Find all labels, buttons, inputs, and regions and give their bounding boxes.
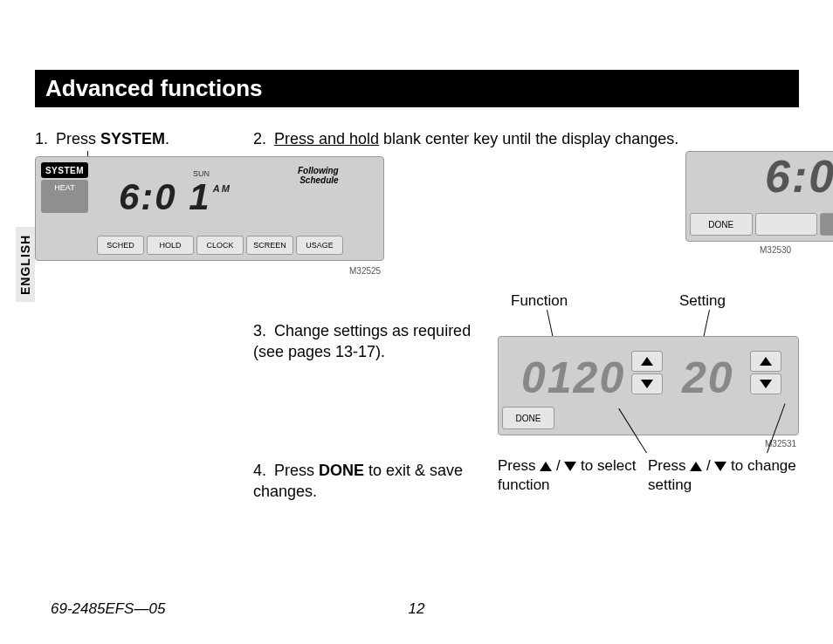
step-4-bold: DONE bbox=[319, 462, 364, 479]
step-3: 3.Change settings as required (see pages… bbox=[253, 320, 480, 363]
function-down-button[interactable] bbox=[631, 373, 663, 394]
step-2-underline: Press and hold bbox=[274, 130, 379, 147]
step-1: 1.Press SYSTEM. SYSTEM HEAT SUN Followin… bbox=[35, 128, 253, 149]
step-2-rest: blank center key until the display chang… bbox=[379, 130, 678, 147]
panel3-button-row: DONE bbox=[502, 407, 554, 429]
setting-value: 20 bbox=[682, 353, 734, 403]
step-3-body: Change settings as required (see pages 1… bbox=[253, 322, 471, 360]
thermostat-panel-2: 6:01AM DONE CANCEL bbox=[685, 151, 833, 242]
setting-callout: Setting bbox=[679, 292, 726, 310]
clock-display-1: 6:0 1AM bbox=[119, 176, 231, 218]
step-1-post: . bbox=[165, 130, 169, 147]
panel1-button-row: SCHED HOLD CLOCK SCREEN USAGE bbox=[97, 236, 343, 255]
function-callout: Function bbox=[511, 292, 568, 310]
arrow-up-icon bbox=[760, 357, 772, 366]
clock-button[interactable]: CLOCK bbox=[196, 236, 244, 255]
step-1-pre: Press bbox=[56, 130, 100, 147]
document-id: 69-2485EFS—05 bbox=[51, 600, 165, 618]
done-button-3[interactable]: DONE bbox=[502, 407, 554, 429]
thermostat-panel-3: 0120 20 DONE bbox=[498, 336, 799, 435]
blank-button-1[interactable] bbox=[755, 213, 818, 236]
arrow-down-icon bbox=[760, 380, 772, 388]
step-4: 4.Press DONE to exit & save changes. bbox=[253, 460, 480, 503]
heat-button[interactable]: HEAT bbox=[41, 180, 88, 213]
thermostat-panel-1: SYSTEM HEAT SUN FollowingSchedule 6:0 1A… bbox=[35, 156, 384, 261]
section-title: Advanced functions bbox=[35, 70, 799, 107]
page-content: Advanced functions 1.Press SYSTEM. SYSTE… bbox=[35, 70, 799, 599]
step-4-pre: Press bbox=[274, 462, 319, 479]
function-hint: Press / to select function bbox=[498, 456, 637, 495]
step-4-text: 4.Press DONE to exit & save changes. bbox=[253, 460, 480, 503]
step-2-text: 2.Press and hold blank center key until … bbox=[253, 128, 795, 149]
center-blank-button[interactable] bbox=[820, 213, 833, 236]
arrow-up-icon bbox=[690, 462, 702, 471]
arrow-down-icon bbox=[714, 462, 726, 471]
function-arrows bbox=[631, 351, 663, 394]
system-button[interactable]: SYSTEM bbox=[41, 162, 88, 178]
setting-arrows bbox=[750, 351, 781, 394]
arrow-up-icon bbox=[641, 357, 653, 366]
setting-hint: Press / to change setting bbox=[648, 456, 796, 495]
language-tab: ENGLISH bbox=[16, 227, 35, 302]
setting-down-button[interactable] bbox=[750, 373, 781, 394]
steps-area: 1.Press SYSTEM. SYSTEM HEAT SUN Followin… bbox=[35, 128, 799, 599]
step-1-num: 1. bbox=[35, 128, 56, 149]
clock-display-2: 6:01AM bbox=[765, 151, 833, 202]
arrow-up-icon bbox=[540, 462, 552, 471]
setting-up-button[interactable] bbox=[750, 351, 781, 372]
figure-label-2: M32530 bbox=[760, 245, 791, 255]
function-up-button[interactable] bbox=[631, 351, 663, 372]
step-1-bold: SYSTEM bbox=[100, 130, 165, 147]
hold-button[interactable]: HOLD bbox=[147, 236, 194, 255]
function-value: 0120 bbox=[521, 353, 625, 403]
screen-button[interactable]: SCREEN bbox=[246, 236, 293, 255]
figure-label-1: M32525 bbox=[349, 266, 381, 276]
page-number: 12 bbox=[409, 600, 425, 618]
panel2-button-row: DONE CANCEL bbox=[690, 213, 833, 236]
step-4-num: 4. bbox=[253, 460, 274, 481]
following-schedule-label: FollowingSchedule bbox=[298, 166, 339, 185]
usage-button[interactable]: USAGE bbox=[296, 236, 343, 255]
sched-button[interactable]: SCHED bbox=[97, 236, 144, 255]
step-2: 2.Press and hold blank center key until … bbox=[253, 128, 795, 149]
done-button[interactable]: DONE bbox=[690, 213, 753, 236]
arrow-down-icon bbox=[564, 462, 576, 471]
step-2-num: 2. bbox=[253, 128, 274, 149]
step-1-text: 1.Press SYSTEM. bbox=[35, 128, 253, 149]
step-3-num: 3. bbox=[253, 320, 274, 341]
arrow-down-icon bbox=[641, 380, 653, 388]
step-3-text: 3.Change settings as required (see pages… bbox=[253, 320, 480, 363]
